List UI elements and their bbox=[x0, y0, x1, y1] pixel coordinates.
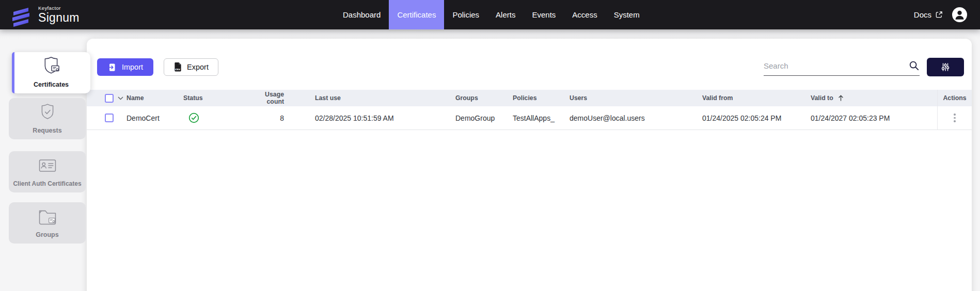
nav-item-certificates[interactable]: Certificates bbox=[389, 0, 444, 29]
column-header-usage-count[interactable]: Usage count bbox=[254, 91, 315, 105]
sidebar-item-requests[interactable]: Requests bbox=[9, 98, 86, 139]
sidebar-item-groups-label: Groups bbox=[36, 231, 58, 238]
filter-button[interactable] bbox=[927, 58, 964, 76]
export-button-label: Export bbox=[187, 63, 209, 71]
csv-file-icon: csv bbox=[173, 62, 182, 72]
valid-to-label: Valid to bbox=[811, 94, 833, 102]
row-status bbox=[183, 112, 254, 123]
docs-link[interactable]: Docs bbox=[914, 10, 943, 19]
toolbar: Import csv Export bbox=[87, 39, 972, 76]
row-valid-to: 01/24/2027 02:05:23 PM bbox=[811, 114, 937, 122]
search-field bbox=[764, 58, 920, 76]
table-header-row: Name Status Usage count Last use Groups … bbox=[87, 90, 972, 106]
search-input[interactable] bbox=[764, 61, 909, 70]
folder-certificate-icon bbox=[36, 206, 59, 227]
row-actions-cell bbox=[937, 106, 972, 130]
external-link-icon bbox=[935, 11, 943, 19]
row-users: demoUser@local.users bbox=[570, 114, 702, 122]
sidebar-item-requests-label: Requests bbox=[33, 127, 61, 134]
brand-text: Keyfactor Signum bbox=[38, 6, 80, 24]
person-icon bbox=[952, 7, 967, 22]
sidebar-item-client-auth-certificates-label: Client Auth Certificates bbox=[13, 180, 81, 187]
navbar-shadow-strip bbox=[0, 29, 980, 39]
column-header-groups[interactable]: Groups bbox=[455, 94, 513, 102]
import-icon bbox=[107, 62, 117, 72]
brand: Keyfactor Signum bbox=[0, 3, 335, 27]
nav-item-access[interactable]: Access bbox=[564, 0, 605, 29]
id-card-icon bbox=[36, 155, 59, 176]
sidebar-item-certificates[interactable]: Certificates bbox=[12, 52, 90, 93]
row-groups: DemoGroup bbox=[455, 114, 513, 122]
sidebar-item-client-auth-certificates[interactable]: Client Auth Certificates bbox=[9, 151, 86, 192]
row-valid-from: 01/24/2025 02:05:24 PM bbox=[702, 114, 811, 122]
row-policies: TestAllApps_ bbox=[513, 114, 570, 122]
nav-item-events[interactable]: Events bbox=[524, 0, 564, 29]
navbar-right: Docs bbox=[914, 7, 980, 22]
nav-item-dashboard[interactable]: Dashboard bbox=[335, 0, 389, 29]
shield-certificate-icon bbox=[40, 54, 62, 77]
row-last-use: 02/28/2025 10:51:59 AM bbox=[315, 114, 455, 122]
import-button[interactable]: Import bbox=[97, 58, 153, 76]
column-header-last-use[interactable]: Last use bbox=[315, 94, 455, 102]
keyfactor-logo-icon bbox=[9, 3, 33, 27]
nav-item-system[interactable]: System bbox=[606, 0, 648, 29]
primary-nav: Dashboard Certificates Policies Alerts E… bbox=[335, 0, 648, 29]
search-icon[interactable] bbox=[909, 60, 920, 71]
row-usage-count: 8 bbox=[254, 114, 315, 122]
company-name: Keyfactor bbox=[38, 6, 80, 11]
product-name: Signum bbox=[38, 12, 80, 24]
column-header-valid-from[interactable]: Valid from bbox=[702, 94, 811, 102]
sidebar-item-groups[interactable]: Groups bbox=[9, 202, 86, 244]
column-header-actions: Actions bbox=[937, 90, 972, 106]
row-select-cell bbox=[87, 114, 127, 122]
user-avatar[interactable] bbox=[952, 7, 967, 22]
main-panel: Import csv Export bbox=[87, 39, 972, 291]
export-button[interactable]: csv Export bbox=[164, 58, 218, 76]
nav-item-policies[interactable]: Policies bbox=[444, 0, 487, 29]
svg-text:csv: csv bbox=[175, 68, 180, 71]
shield-check-icon bbox=[37, 101, 58, 123]
filter-sliders-icon bbox=[940, 62, 951, 72]
column-header-status[interactable]: Status bbox=[183, 94, 254, 102]
column-header-name[interactable]: Name bbox=[127, 94, 183, 102]
chevron-down-icon[interactable] bbox=[118, 96, 123, 100]
column-header-users[interactable]: Users bbox=[570, 94, 702, 102]
nav-item-alerts[interactable]: Alerts bbox=[487, 0, 524, 29]
top-navbar: Keyfactor Signum Dashboard Certificates … bbox=[0, 0, 980, 29]
docs-link-label: Docs bbox=[914, 10, 931, 19]
column-header-policies[interactable]: Policies bbox=[513, 94, 570, 102]
row-actions-menu-icon[interactable] bbox=[951, 111, 958, 125]
sidebar-item-certificates-label: Certificates bbox=[34, 81, 69, 88]
table-select-all-cell bbox=[87, 94, 127, 103]
table-row[interactable]: DemoCert 8 02/28/2025 10:51:59 AM DemoGr… bbox=[87, 106, 972, 130]
row-name[interactable]: DemoCert bbox=[127, 114, 183, 122]
import-button-label: Import bbox=[122, 63, 143, 71]
status-valid-icon bbox=[188, 112, 199, 123]
column-header-valid-to[interactable]: Valid to bbox=[811, 94, 937, 102]
select-all-checkbox[interactable] bbox=[105, 94, 114, 103]
sidebar: Certificates Requests Client Auth Certif… bbox=[9, 52, 91, 248]
sort-ascending-icon bbox=[837, 94, 844, 102]
row-checkbox[interactable] bbox=[105, 114, 114, 122]
certificates-table: Name Status Usage count Last use Groups … bbox=[87, 90, 972, 130]
